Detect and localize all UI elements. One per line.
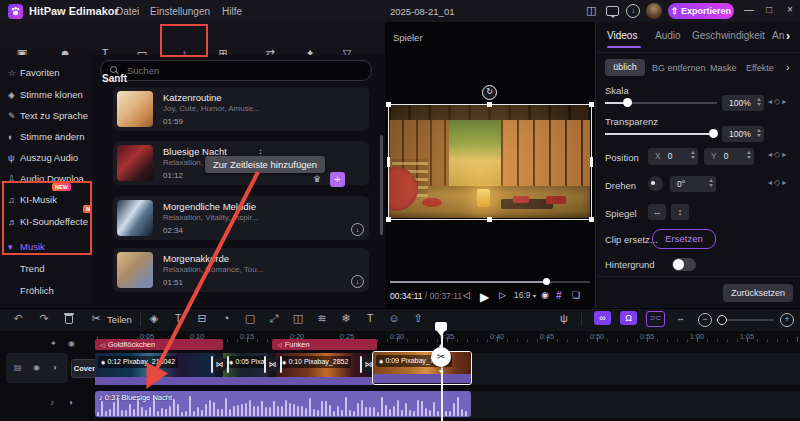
maximize-button[interactable]: □	[766, 4, 772, 15]
video-clip-2[interactable]: ◉0:05 Pixa	[223, 353, 268, 377]
layout-icon[interactable]: ◫	[586, 4, 596, 17]
audio-track-icon[interactable]: ♪	[50, 398, 54, 407]
undo-icon[interactable]: ↶	[10, 312, 26, 325]
inspector-tab-geschwindigkeit[interactable]: Geschwindigkeit	[692, 30, 765, 41]
magnet-snap-icon[interactable]: Ω	[620, 311, 637, 325]
split-cursor-icon[interactable]: ✂	[431, 347, 451, 367]
resize-handle[interactable]	[590, 157, 593, 167]
stepper[interactable]	[757, 98, 761, 106]
subtab-bg-entfernen[interactable]: BG entfernen	[652, 63, 706, 73]
fx-clip-goldfloeckchen[interactable]: ◁Goldflöckchen	[95, 339, 223, 350]
sidebar-item-stimme-klonen[interactable]: ◈Stimme klonen	[8, 84, 83, 98]
ersetzen-button[interactable]: Ersetzen	[652, 229, 716, 249]
fx-track-icon[interactable]: ✦	[50, 339, 57, 348]
position-y-field[interactable]: Y0	[704, 148, 754, 165]
resize-handle[interactable]	[386, 217, 391, 222]
audio-track-mute-icon[interactable]: ◑	[68, 398, 73, 407]
scissors-icon[interactable]: ✂	[88, 312, 104, 325]
close-button[interactable]: ×	[787, 4, 793, 15]
snapshot-icon[interactable]: ◉	[541, 290, 549, 300]
sticker-tool-icon[interactable]: ☺	[386, 312, 402, 324]
film-icon[interactable]: ▤	[14, 363, 22, 372]
avatar[interactable]	[646, 3, 662, 19]
stepper[interactable]	[691, 151, 695, 159]
zoom-in-icon[interactable]: +	[780, 313, 794, 327]
flip-horizontal-icon[interactable]: ↔	[648, 204, 666, 220]
rotate-handle-icon[interactable]: ↻	[482, 85, 497, 100]
link-clips-icon[interactable]: ∞	[594, 311, 611, 325]
list-scrollbar[interactable]	[380, 135, 383, 235]
video-clip-3[interactable]: ◉0:10 Pixabay_2852	[276, 353, 368, 377]
inspector-tab-an[interactable]: An	[772, 30, 784, 41]
scale-tool-icon[interactable]: ⤢	[266, 312, 282, 325]
tabs-overflow-chevron-icon[interactable]: ›	[786, 29, 790, 43]
sidebar-item-text-zu-sprache[interactable]: ✎Text zu Sprache	[8, 105, 88, 119]
menu-datei[interactable]: Datei	[116, 6, 139, 17]
resize-handle[interactable]	[589, 217, 594, 222]
fit-timeline-icon[interactable]: ↔	[672, 311, 689, 325]
fx-clip-funken[interactable]: ◁Funken	[272, 339, 377, 350]
flip-vertical-icon[interactable]: ↕	[671, 204, 689, 220]
inspector-tab-videos[interactable]: Videos	[607, 30, 637, 41]
video-clip-1[interactable]: ◉0:12 Pixabay_213042	[95, 353, 215, 377]
subtab-maske[interactable]: Maske	[710, 63, 737, 73]
resize-handle[interactable]	[487, 217, 492, 222]
sidebar-item-trend[interactable]: Trend	[20, 258, 44, 272]
mic-record-icon[interactable]: ψ	[556, 312, 572, 324]
audio-item-morgendliche-melodie[interactable]: Morgendliche Melodie Relaxation, Vitalit…	[113, 196, 369, 240]
feedback-icon[interactable]	[606, 6, 619, 16]
menu-einstellungen[interactable]: Einstellungen	[150, 6, 210, 17]
cover-button[interactable]: Cover	[71, 359, 98, 378]
clip-trim-handle[interactable]	[227, 356, 229, 373]
next-frame-icon[interactable]: ▷	[499, 290, 506, 300]
crop-tool-icon[interactable]: ▢	[242, 312, 258, 325]
reset-button[interactable]: Zurücksetzen	[723, 284, 793, 302]
skala-slider-thumb[interactable]	[623, 98, 632, 107]
search-input[interactable]	[125, 62, 359, 79]
fx-track-visibility-icon[interactable]: ◉	[68, 339, 75, 348]
freeze-frame-icon[interactable]: ❄	[338, 312, 354, 325]
play-icon[interactable]: ▶	[480, 290, 489, 304]
subtab-ueblich[interactable]: üblich	[605, 59, 645, 76]
aspect-ratio-select[interactable]: 16:9 ▾	[514, 290, 536, 300]
stepper[interactable]	[747, 151, 751, 159]
add-text-icon[interactable]: T	[362, 312, 378, 324]
stepper[interactable]	[757, 129, 761, 137]
video-clip-4-selected[interactable]: ◉0:09 Pixabay_74450	[372, 351, 472, 385]
position-x-field[interactable]: X0	[648, 148, 698, 165]
resize-handle[interactable]	[387, 157, 390, 167]
stepper[interactable]	[709, 179, 713, 187]
subtab-effekte[interactable]: Effekte	[746, 63, 774, 73]
grid-icon[interactable]: #	[556, 290, 562, 301]
sidebar-item-audio-download[interactable]: ⇩Audio Downloa...	[8, 168, 92, 182]
add-to-timeline-button[interactable]: +	[330, 172, 345, 187]
skala-value[interactable]: 100%	[722, 95, 764, 111]
keyframe-controls[interactable]: ◂◇▸	[768, 150, 788, 159]
transparenz-value[interactable]: 100%	[722, 126, 764, 142]
mirror-tool-icon[interactable]: ◫	[290, 312, 306, 325]
zoom-out-icon[interactable]: −	[698, 313, 712, 327]
download-center-icon[interactable]: ↓	[626, 4, 640, 18]
download-track-icon[interactable]: ↓	[351, 223, 364, 236]
sidebar-item-auszug-audio[interactable]: ψAuszug Audio	[8, 147, 78, 161]
export-button[interactable]: ⇧ Exportieren	[668, 3, 734, 19]
unlink-clips-icon[interactable]: ⊃⊂	[646, 311, 665, 327]
minimize-button[interactable]: —	[744, 4, 754, 15]
player-scrub-thumb[interactable]	[543, 278, 550, 285]
transition-icon[interactable]: ⋈	[266, 358, 279, 371]
upload-tool-icon[interactable]: ⇧	[410, 312, 426, 325]
resize-handle[interactable]	[487, 102, 492, 107]
speed-tool-icon[interactable]: ◔	[218, 312, 234, 324]
resize-handle[interactable]	[386, 102, 391, 107]
track-mute-icon[interactable]: ◑	[52, 363, 57, 372]
keyframe-controls[interactable]: ◂◇▸	[768, 178, 788, 187]
shield-icon[interactable]: ◈	[146, 312, 162, 325]
sidebar-item-froehlich[interactable]: Fröhlich	[20, 280, 54, 294]
subtabs-overflow-chevron-icon[interactable]: ›	[786, 61, 790, 73]
download-track-icon[interactable]: ↓	[351, 275, 364, 288]
teilen-label[interactable]: Teilen	[107, 314, 132, 325]
keyframe-controls[interactable]: ◂◇▸	[768, 97, 788, 106]
audio-item-morgenakkorde[interactable]: Morgenakkorde Relaxation, Romance, Tou..…	[113, 248, 369, 292]
redo-icon[interactable]: ↷	[36, 312, 52, 325]
audio-item-katzenroutine[interactable]: Katzenroutine Joy, Cute, Humor, Amuse...…	[113, 87, 369, 131]
